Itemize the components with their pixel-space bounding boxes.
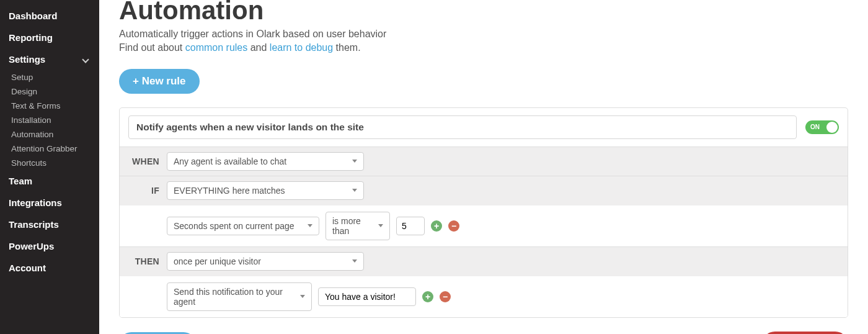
link-common-rules[interactable]: common rules [185,42,247,53]
nav-automation[interactable]: Automation [0,127,99,142]
add-condition-button[interactable]: + [431,220,442,232]
nav-design[interactable]: Design [0,84,99,99]
chevron-down-icon [352,189,357,192]
chevron-down-icon [82,56,89,63]
main-content: Automation Automatically trigger actions… [99,0,868,334]
sidebar: Dashboard Reporting Settings Setup Desig… [0,0,99,334]
nav-dashboard[interactable]: Dashboard [0,5,99,27]
condition-value-input[interactable] [396,217,425,235]
nav-installation[interactable]: Installation [0,113,99,127]
toggle-on-label: ON [810,124,820,130]
rule-editor: ON WHEN Any agent is available to chat I… [119,107,848,318]
page-title: Automation [119,0,848,24]
nav-integrations[interactable]: Integrations [0,192,99,214]
action-type-select[interactable]: Send this notification to your agent [167,282,312,311]
chevron-down-icon [378,224,383,227]
page-subtitle: Automatically trigger actions in Olark b… [119,27,848,55]
if-label: IF [128,186,159,196]
nav-transcripts[interactable]: Transcripts [0,214,99,235]
chevron-down-icon [352,260,357,263]
nav-powerups[interactable]: PowerUps [0,235,99,257]
chevron-down-icon [300,295,305,298]
nav-reporting[interactable]: Reporting [0,27,99,48]
chevron-down-icon [308,224,312,227]
nav-setup[interactable]: Setup [0,70,99,84]
condition-field-select[interactable]: Seconds spent on current page [167,217,319,235]
toggle-knob-icon [826,122,838,133]
rule-toggle[interactable]: ON [805,120,839,134]
remove-action-button[interactable]: − [440,291,451,302]
new-rule-button[interactable]: + New rule [119,69,200,94]
when-select[interactable]: Any agent is available to chat [167,152,364,171]
then-action-row: Send this notification to your agent + − [120,276,848,317]
nav-account[interactable]: Account [0,257,99,279]
then-freq-select[interactable]: once per unique visitor [167,252,364,271]
remove-condition-button[interactable]: − [448,220,459,232]
if-condition-row: Seconds spent on current page is more th… [120,205,848,246]
nav-team[interactable]: Team [0,170,99,192]
condition-op-select[interactable]: is more than [326,212,390,240]
add-action-button[interactable]: + [422,291,433,302]
nav-shortcuts[interactable]: Shortcuts [0,156,99,170]
then-label: THEN [128,256,159,266]
link-learn-debug[interactable]: learn to debug [270,42,333,53]
nav-attention-grabber[interactable]: Attention Grabber [0,142,99,156]
nav-text-forms[interactable]: Text & Forms [0,99,99,113]
rule-actions: Save rule Close Delete rule [119,332,848,334]
rule-name-input[interactable] [128,115,797,139]
if-match-select[interactable]: EVERYTHING here matches [167,181,364,200]
delete-rule-button[interactable]: Delete rule [762,332,848,334]
nav-settings[interactable]: Settings [0,48,99,70]
when-label: WHEN [128,156,159,166]
chevron-down-icon [352,160,357,163]
action-message-input[interactable] [318,287,416,306]
